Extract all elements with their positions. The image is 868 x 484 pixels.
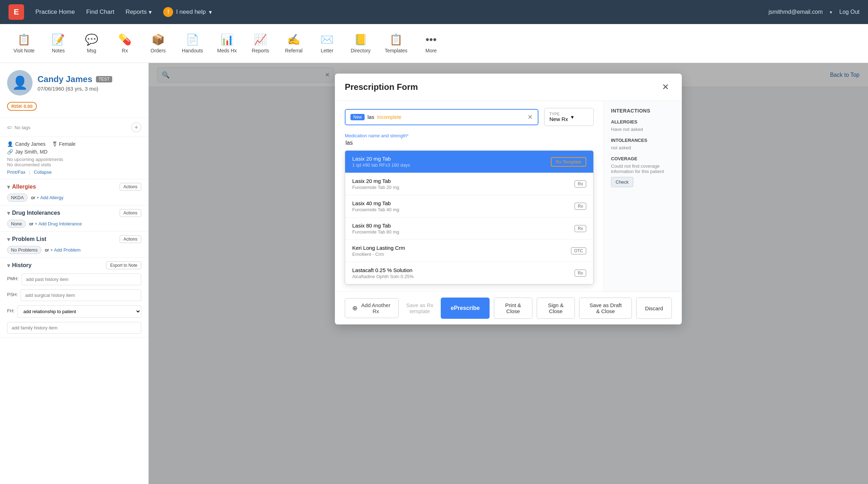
patient-avatar: 👤 <box>7 70 33 96</box>
fh-history-input[interactable] <box>7 322 141 334</box>
more-icon: ••• <box>426 34 437 46</box>
or-label-3: or <box>45 247 49 253</box>
sign-close-button[interactable]: Sign & Close <box>537 298 575 319</box>
modal-close-button[interactable]: ✕ <box>659 81 672 93</box>
msg-icon: 💬 <box>85 33 98 46</box>
patient-avatar-row: 👤 Candy James TEST 07/06/1960 (63 yrs, 3… <box>7 70 141 96</box>
nav-find-chart[interactable]: Find Chart <box>86 8 114 16</box>
print-close-button[interactable]: Print & Close <box>494 298 532 319</box>
otc-badge-4: OTC <box>571 247 586 254</box>
left-sidebar: 👤 Candy James TEST 07/06/1960 (63 yrs, 3… <box>0 63 149 484</box>
toolbar-more[interactable]: ••• More <box>415 30 447 57</box>
allergies-actions-button[interactable]: Actions <box>120 183 141 191</box>
add-another-rx-button[interactable]: ⊕ Add Another Rx <box>345 298 399 318</box>
person-icon: 👤 <box>7 141 13 147</box>
type-value: New Rx <box>549 116 568 122</box>
user-email[interactable]: jsmithmd@email.com <box>769 9 823 15</box>
toolbar-notes[interactable]: 📝 Notes <box>42 30 74 57</box>
tags-row: 🏷 No tags + <box>0 118 148 137</box>
toolbar-visit-note[interactable]: 📋 Visit Note <box>7 30 41 57</box>
drug-intolerances-actions-button[interactable]: Actions <box>120 209 141 217</box>
toolbar-directory-label: Directory <box>351 48 371 53</box>
toolbar-reports[interactable]: 📈 Reports <box>245 30 276 57</box>
toolbar-letter[interactable]: ✉️ Letter <box>311 30 343 57</box>
med-item-name-0: Lasix 20 mg Tab <box>352 156 410 162</box>
rx-template-button[interactable]: Rx Template <box>551 157 586 167</box>
patient-info-section: 👤 Candy James ⚧ Female 🔗 Jay Smith, MD N… <box>0 137 148 179</box>
add-tag-button[interactable]: + <box>131 122 141 132</box>
med-item-lastacaft[interactable]: Lastacaft 0.25 % Solution Alcaftadine Op… <box>345 262 593 284</box>
med-item-name-5: Lastacaft 0.25 % Solution <box>352 267 413 273</box>
main-toolbar: 📋 Visit Note 📝 Notes 💬 Msg 💊 Rx 📦 Orders… <box>0 24 868 63</box>
allergies-collapse-arrow[interactable]: ▾ <box>7 184 10 190</box>
med-item-keri[interactable]: Keri Long Lasting Crm Emollient - Crm OT… <box>345 240 593 262</box>
med-item-lasix-20-template[interactable]: Lasix 20 mg Tab 1 qd #90 tab RFx3 180 da… <box>345 151 593 173</box>
toolbar-rx[interactable]: 💊 Rx <box>109 30 141 57</box>
app-logo[interactable]: E <box>8 4 24 20</box>
no-appointments: No upcoming appointments <box>7 157 141 162</box>
discard-button[interactable]: Discard <box>636 298 672 319</box>
eprescribe-button[interactable]: ePrescribe <box>441 298 490 319</box>
print-fax-link[interactable]: Print/Fax <box>7 169 25 175</box>
tag-icon: 🏷 <box>7 125 12 130</box>
letter-icon: ✉️ <box>320 33 333 46</box>
allergies-content: NKDA or + Add Allergy <box>7 194 141 202</box>
meds-hx-icon: 📊 <box>221 33 234 46</box>
toolbar-referral-label: Referral <box>285 48 303 53</box>
med-item-lasix-80[interactable]: Lasix 80 mg Tab Furosemide Tab 80 mg Rx <box>345 218 593 240</box>
footer-action-buttons: ePrescribe Print & Close Sign & Close Sa… <box>441 298 672 319</box>
med-item-generic-2: Furosemide Tab 40 mg <box>352 207 399 212</box>
toolbar-handouts[interactable]: 📄 Handouts <box>176 30 210 57</box>
top-nav-right: jsmithmd@email.com ▾ Log Out <box>769 9 860 15</box>
history-arrow[interactable]: ▾ <box>7 262 10 269</box>
med-item-lasix-40[interactable]: Lasix 40 mg Tab Furosemide Tab 40 mg Rx <box>345 195 593 218</box>
rx-badge-5: Rx <box>575 270 586 277</box>
patient-header: 👤 Candy James TEST 07/06/1960 (63 yrs, 3… <box>0 63 148 118</box>
rx-search-clear-icon[interactable]: ✕ <box>527 113 533 121</box>
med-item-lasix-20[interactable]: Lasix 20 mg Tab Furosemide Tab 20 mg Rx <box>345 173 593 195</box>
patient-details-row: 👤 Candy James ⚧ Female <box>7 141 141 147</box>
problem-list-header: ▾ Problem List Actions <box>7 235 141 243</box>
nav-need-help[interactable]: ! I need help ▾ <box>163 7 212 17</box>
directory-icon: 📒 <box>354 33 367 46</box>
collapse-link[interactable]: Collapse <box>34 169 52 175</box>
toolbar-referral[interactable]: ✍️ Referral <box>278 30 310 57</box>
avatar-icon: 👤 <box>12 75 28 90</box>
toolbar-orders[interactable]: 📦 Orders <box>142 30 174 57</box>
add-drug-intolerance-link[interactable]: + Add Drug Intolerance <box>35 221 82 226</box>
help-chevron-icon: ▾ <box>209 8 212 16</box>
allergies-panel-title: ALLERGIES <box>611 119 675 125</box>
add-allergy-link[interactable]: + Add Allergy <box>36 195 63 200</box>
nav-reports[interactable]: Reports ▾ <box>126 8 152 16</box>
toolbar-meds-hx-label: Meds Hx <box>217 48 237 53</box>
rx-search-field[interactable]: New las Incomplete ✕ <box>345 109 538 125</box>
drug-intolerances-arrow[interactable]: ▾ <box>7 210 10 217</box>
toolbar-msg[interactable]: 💬 Msg <box>76 30 108 57</box>
logout-button[interactable]: Log Out <box>839 9 860 15</box>
coverage-check-button[interactable]: Check <box>611 177 633 187</box>
referral-icon: ✍️ <box>287 33 300 46</box>
med-name-label: Medication name and strength* <box>345 133 594 138</box>
type-select[interactable]: Type New Rx ▾ <box>544 108 594 126</box>
nav-practice-home[interactable]: Practice Home <box>35 8 75 16</box>
save-rx-template-button[interactable]: Save as Rx template <box>399 302 441 314</box>
intolerances-panel-section: INTOLERANCES not asked <box>611 138 675 150</box>
rx-badge-2: Rx <box>575 203 586 210</box>
export-to-note-button[interactable]: Export to Note <box>106 261 141 269</box>
save-draft-close-button[interactable]: Save as Draft & Close <box>579 298 632 319</box>
psh-input[interactable] <box>21 289 141 301</box>
modal-header: Prescription Form ✕ <box>335 74 682 101</box>
toolbar-directory[interactable]: 📒 Directory <box>344 30 377 57</box>
pmh-input[interactable] <box>22 273 142 285</box>
problem-list-actions-button[interactable]: Actions <box>120 235 141 243</box>
allergies-panel-value: Have not asked <box>611 127 675 132</box>
notes-icon: 📝 <box>52 33 65 46</box>
history-header: ▾ History Export to Note <box>7 261 141 269</box>
toolbar-templates[interactable]: 📋 Templates <box>378 30 414 57</box>
add-problem-link[interactable]: + Add Problem <box>50 247 81 253</box>
fh-relationship-select[interactable]: add relationship to patient <box>17 305 141 318</box>
problem-list-arrow[interactable]: ▾ <box>7 236 10 243</box>
toolbar-letter-label: Letter <box>321 48 333 53</box>
toolbar-meds-hx[interactable]: 📊 Meds Hx <box>211 30 243 57</box>
problem-list-content: No Problems or + Add Problem <box>7 246 141 254</box>
